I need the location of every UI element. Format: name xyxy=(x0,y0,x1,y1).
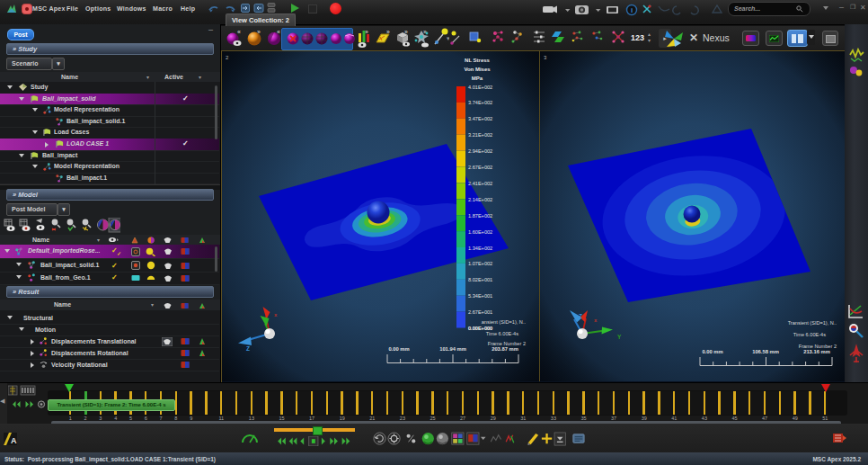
svg-text:1.87E+002: 1.87E+002 xyxy=(468,213,492,219)
svg-text:Time 6.00E-4s: Time 6.00E-4s xyxy=(793,332,826,337)
svg-text:3.21E+002: 3.21E+002 xyxy=(468,132,492,138)
svg-text:3.47E+002: 3.47E+002 xyxy=(468,116,492,121)
svg-text:«: « xyxy=(237,29,241,35)
svg-text:Transient (SID=1), N..: Transient (SID=1), N.. xyxy=(788,320,837,326)
svg-text:Time 6.00E-4s: Time 6.00E-4s xyxy=(486,331,518,336)
svg-text:ansient (SID=1), N..: ansient (SID=1), N.. xyxy=(482,319,527,325)
svg-text:NL Stress: NL Stress xyxy=(465,58,491,63)
svg-text:MPa: MPa xyxy=(472,76,483,81)
svg-text:2.41E+002: 2.41E+002 xyxy=(468,181,492,186)
svg-text:»: » xyxy=(365,29,368,35)
svg-text:2.67E+001: 2.67E+001 xyxy=(468,309,492,315)
svg-text:203.87 mm: 203.87 mm xyxy=(492,346,518,352)
svg-text:8.02E+001: 8.02E+001 xyxy=(468,277,492,282)
svg-text:0.00 mm: 0.00 mm xyxy=(702,349,722,354)
svg-text:2.67E+002: 2.67E+002 xyxy=(468,165,492,170)
svg-text:2.94E+002: 2.94E+002 xyxy=(468,148,492,154)
svg-text:213.16 mm: 213.16 mm xyxy=(803,349,830,354)
svg-text:0.00E+000: 0.00E+000 xyxy=(468,326,492,331)
svg-text:Z: Z xyxy=(246,345,250,352)
svg-text:3.74E+002: 3.74E+002 xyxy=(468,100,492,105)
svg-text:1.34E+002: 1.34E+002 xyxy=(468,246,492,251)
svg-text:106.58 mm: 106.58 mm xyxy=(752,349,779,354)
svg-text:2.14E+002: 2.14E+002 xyxy=(468,197,492,202)
svg-text:5.34E+001: 5.34E+001 xyxy=(468,293,492,299)
svg-text:Z: Z xyxy=(579,313,582,319)
svg-text:1.07E+002: 1.07E+002 xyxy=(468,261,492,266)
svg-text:i: i xyxy=(631,6,633,14)
svg-text:0.00 mm: 0.00 mm xyxy=(388,346,409,352)
svg-text:A: A xyxy=(11,436,17,445)
svg-text:Von Mises: Von Mises xyxy=(464,67,491,72)
svg-text:101.94 mm: 101.94 mm xyxy=(439,346,466,352)
svg-text:1.60E+002: 1.60E+002 xyxy=(468,229,492,235)
svg-text:4.01E+002: 4.01E+002 xyxy=(468,85,492,90)
svg-text:Y: Y xyxy=(617,334,622,340)
